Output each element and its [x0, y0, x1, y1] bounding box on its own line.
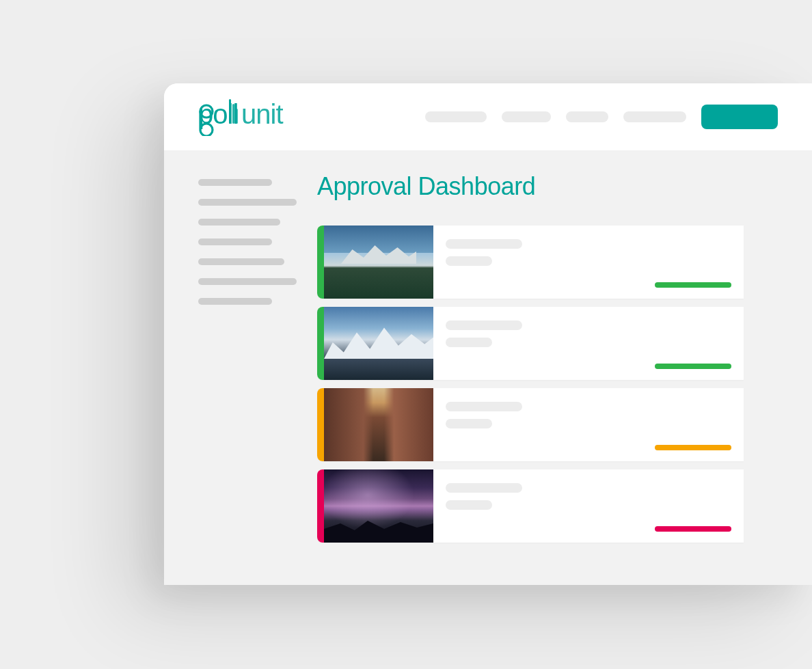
status-stripe — [317, 388, 324, 461]
app-window: poll unit Approval Dashboard — [164, 83, 812, 585]
card-subtitle-placeholder — [446, 338, 492, 347]
nav-right — [425, 105, 778, 129]
card-subtitle-placeholder — [446, 500, 492, 510]
approval-card[interactable] — [317, 307, 744, 380]
nav-item-3[interactable] — [623, 111, 686, 122]
main-content: Approval Dashboard — [317, 150, 812, 585]
card-list — [317, 226, 812, 543]
status-stripe — [317, 226, 324, 299]
sidebar-item-1[interactable] — [198, 199, 297, 206]
approval-card[interactable] — [317, 226, 744, 299]
card-action[interactable] — [655, 526, 731, 532]
svg-rect-5 — [236, 109, 238, 124]
body: Approval Dashboard — [164, 150, 812, 585]
card-thumbnail — [324, 226, 433, 299]
sidebar-item-0[interactable] — [198, 179, 272, 186]
cta-button[interactable] — [701, 105, 778, 129]
approval-card[interactable] — [317, 388, 744, 461]
card-title-placeholder — [446, 483, 522, 493]
svg-rect-4 — [232, 104, 234, 124]
logo[interactable]: poll unit — [198, 98, 295, 136]
card-subtitle-placeholder — [446, 419, 492, 428]
sidebar-item-4[interactable] — [198, 258, 284, 265]
pollunit-logo-icon: poll unit — [198, 96, 295, 136]
card-body — [433, 388, 744, 461]
sidebar-item-5[interactable] — [198, 278, 297, 285]
card-subtitle-placeholder — [446, 256, 492, 266]
sidebar-item-3[interactable] — [198, 238, 272, 245]
card-body — [433, 469, 744, 543]
card-body — [433, 226, 744, 299]
nav-item-1[interactable] — [502, 111, 551, 122]
sidebar-item-6[interactable] — [198, 298, 272, 305]
card-title-placeholder — [446, 402, 522, 411]
card-thumbnail — [324, 469, 433, 543]
card-action[interactable] — [655, 364, 731, 369]
card-thumbnail — [324, 388, 433, 461]
svg-rect-3 — [229, 99, 231, 124]
card-title-placeholder — [446, 239, 522, 249]
card-thumbnail — [324, 307, 433, 380]
nav-item-2[interactable] — [566, 111, 608, 122]
sidebar — [164, 150, 317, 585]
sidebar-item-2[interactable] — [198, 219, 280, 226]
status-stripe — [317, 307, 324, 380]
status-stripe — [317, 469, 324, 543]
nav-item-0[interactable] — [425, 111, 487, 122]
card-title-placeholder — [446, 320, 522, 330]
approval-card[interactable] — [317, 469, 744, 543]
svg-text:poll: poll — [198, 99, 238, 129]
page-title: Approval Dashboard — [317, 172, 812, 201]
header: poll unit — [164, 83, 812, 150]
svg-text:unit: unit — [241, 99, 283, 129]
card-action[interactable] — [655, 445, 731, 450]
card-action[interactable] — [655, 282, 731, 288]
card-body — [433, 307, 744, 380]
